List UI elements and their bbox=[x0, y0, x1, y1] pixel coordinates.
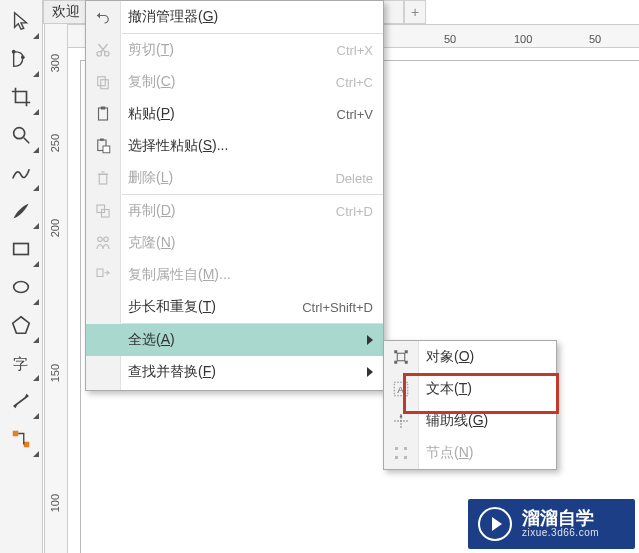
svg-rect-4 bbox=[14, 244, 29, 255]
svg-rect-12 bbox=[24, 442, 30, 448]
pick-tool[interactable] bbox=[2, 2, 40, 40]
ruler-tick: 200 bbox=[49, 219, 61, 237]
submenu-arrow-icon bbox=[367, 367, 373, 377]
menu-select-all[interactable]: 全选(A) bbox=[86, 324, 383, 356]
svg-rect-33 bbox=[397, 353, 405, 361]
menu-shortcut: Ctrl+Shift+D bbox=[302, 300, 373, 315]
copy-icon bbox=[92, 71, 114, 93]
menu-label: 选择性粘贴(S)... bbox=[128, 137, 373, 155]
svg-rect-29 bbox=[102, 210, 110, 218]
svg-point-30 bbox=[98, 237, 103, 242]
ruler-tick: 250 bbox=[49, 134, 61, 152]
ellipse-icon bbox=[10, 276, 32, 298]
ruler-tick: 300 bbox=[49, 54, 61, 72]
ruler-tick: 50 bbox=[444, 33, 456, 45]
submenu-arrow-icon bbox=[367, 335, 373, 345]
submenu-text[interactable]: A 文本(T) bbox=[384, 373, 556, 405]
rectangle-icon bbox=[10, 238, 32, 260]
tab-slot bbox=[382, 0, 404, 24]
toolbox: 字 bbox=[0, 0, 43, 553]
menu-copy-properties: 复制属性自(M)... bbox=[86, 259, 383, 291]
menu-label: 克隆(N) bbox=[128, 234, 373, 252]
svg-rect-34 bbox=[394, 350, 397, 353]
menu-find-replace[interactable]: 查找并替换(F) bbox=[86, 356, 383, 388]
guides-icon bbox=[390, 410, 412, 432]
menu-shortcut: Delete bbox=[335, 171, 373, 186]
ruler-tick: 100 bbox=[49, 494, 61, 512]
svg-text:A: A bbox=[397, 384, 404, 395]
watermark-url: zixue.3d66.com bbox=[522, 527, 599, 539]
svg-rect-46 bbox=[404, 456, 407, 459]
text-select-icon: A bbox=[390, 378, 412, 400]
menu-shortcut: Ctrl+X bbox=[337, 43, 373, 58]
svg-marker-42 bbox=[400, 414, 403, 417]
zoom-tool[interactable] bbox=[2, 116, 40, 154]
menu-step-repeat[interactable]: 步长和重复(T) Ctrl+Shift+D bbox=[86, 291, 383, 323]
menu-label: 查找并替换(F) bbox=[128, 363, 359, 381]
freehand-icon bbox=[10, 162, 32, 184]
svg-rect-11 bbox=[13, 431, 19, 437]
menu-shortcut: Ctrl+C bbox=[336, 75, 373, 90]
objects-icon bbox=[390, 346, 412, 368]
menu-shortcut: Ctrl+D bbox=[336, 204, 373, 219]
ruler-tick: 50 bbox=[589, 33, 601, 45]
menu-label: 删除(L) bbox=[128, 169, 327, 187]
tab-add-button[interactable]: + bbox=[404, 0, 426, 24]
menu-label: 节点(N) bbox=[426, 444, 546, 462]
svg-rect-28 bbox=[97, 205, 105, 213]
svg-rect-36 bbox=[394, 361, 397, 364]
ruler-tick: 100 bbox=[514, 33, 532, 45]
svg-point-2 bbox=[14, 128, 25, 139]
tab-welcome[interactable]: 欢迎 bbox=[43, 0, 89, 24]
menu-label: 复制(C) bbox=[128, 73, 328, 91]
rectangle-tool[interactable] bbox=[2, 230, 40, 268]
zoom-icon bbox=[10, 124, 32, 146]
clone-icon bbox=[92, 232, 114, 254]
polygon-icon bbox=[10, 314, 32, 336]
play-icon bbox=[478, 507, 512, 541]
svg-point-1 bbox=[21, 55, 25, 59]
svg-rect-23 bbox=[100, 139, 104, 141]
svg-rect-43 bbox=[395, 447, 398, 450]
freehand-tool[interactable] bbox=[2, 154, 40, 192]
svg-rect-18 bbox=[98, 77, 106, 86]
dimension-icon bbox=[10, 390, 32, 412]
crop-icon bbox=[10, 86, 32, 108]
menu-paste-special[interactable]: 选择性粘贴(S)... bbox=[86, 130, 383, 162]
svg-rect-24 bbox=[103, 146, 110, 153]
text-icon: 字 bbox=[10, 352, 32, 374]
menu-paste[interactable]: 粘贴(P) Ctrl+V bbox=[86, 98, 383, 130]
shape-tool[interactable] bbox=[2, 40, 40, 78]
text-tool[interactable]: 字 bbox=[2, 344, 40, 382]
menu-label: 步长和重复(T) bbox=[128, 298, 294, 316]
polygon-tool[interactable] bbox=[2, 306, 40, 344]
svg-rect-21 bbox=[101, 107, 106, 110]
menu-label: 辅助线(G) bbox=[426, 412, 546, 430]
shape-icon bbox=[10, 48, 32, 70]
cursor-icon bbox=[10, 10, 32, 32]
crop-tool[interactable] bbox=[2, 78, 40, 116]
svg-point-5 bbox=[14, 282, 29, 293]
svg-rect-25 bbox=[99, 174, 107, 184]
svg-marker-6 bbox=[13, 317, 30, 334]
menu-label: 对象(O) bbox=[426, 348, 546, 366]
connector-tool[interactable] bbox=[2, 420, 40, 458]
connector-icon bbox=[10, 428, 32, 450]
submenu-objects[interactable]: 对象(O) bbox=[384, 341, 556, 373]
menu-label: 剪切(T) bbox=[128, 41, 329, 59]
paste-icon bbox=[92, 103, 114, 125]
duplicate-icon bbox=[92, 200, 114, 222]
artistic-media-tool[interactable] bbox=[2, 192, 40, 230]
menu-copy: 复制(C) Ctrl+C bbox=[86, 66, 383, 98]
svg-point-31 bbox=[104, 237, 109, 242]
menu-clone: 克隆(N) bbox=[86, 227, 383, 259]
menu-label: 再制(D) bbox=[128, 202, 328, 220]
dimension-tool[interactable] bbox=[2, 382, 40, 420]
menu-duplicate: 再制(D) Ctrl+D bbox=[86, 195, 383, 227]
menu-undo-manager[interactable]: 撤消管理器(G) bbox=[86, 1, 383, 33]
ellipse-tool[interactable] bbox=[2, 268, 40, 306]
svg-line-8 bbox=[14, 396, 29, 407]
ruler-vertical[interactable]: 300 250 200 150 100 bbox=[44, 24, 68, 553]
submenu-guides[interactable]: 辅助线(G) bbox=[384, 405, 556, 437]
menu-label: 复制属性自(M)... bbox=[128, 266, 373, 284]
